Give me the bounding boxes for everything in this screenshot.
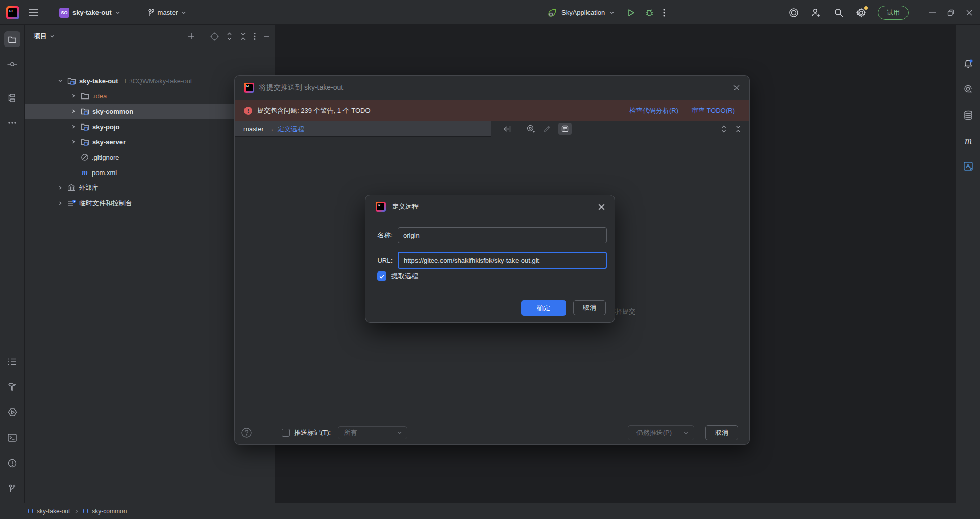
chevron-collapsed-icon[interactable]	[69, 93, 78, 99]
hide-panel-icon[interactable]	[263, 33, 270, 40]
push-tags-checkbox[interactable]	[282, 429, 290, 437]
panel-options-icon[interactable]	[254, 32, 256, 40]
library-icon	[67, 184, 76, 192]
spring-boot-icon	[547, 8, 557, 18]
build-tool-icon[interactable]	[4, 379, 20, 395]
remote-cancel-button[interactable]: 取消	[573, 300, 606, 315]
tree-label: .gitignore	[92, 154, 119, 161]
define-remote-dialog: IJ 定义远程 名称: origin URL: https://gitee.co…	[365, 195, 615, 323]
push-dialog-close-icon[interactable]	[733, 84, 740, 91]
maven-file-icon: m	[81, 168, 89, 177]
trial-badge[interactable]: 试用	[878, 6, 909, 20]
locate-file-icon[interactable]	[210, 32, 219, 41]
push-anyway-label: 仍然推送(P)	[628, 428, 678, 437]
push-dialog-toolbar	[491, 121, 750, 136]
breadcrumb-project[interactable]: sky-take-out	[37, 508, 70, 515]
terminal-tool-icon[interactable]	[4, 430, 20, 446]
tree-path: E:\CQWM\sky-take-out	[125, 77, 192, 85]
right-activity-bar: m	[955, 25, 980, 503]
vcs-branch-widget[interactable]: master	[143, 6, 191, 19]
preview-options-icon[interactable]	[526, 125, 536, 133]
commit-tool-icon[interactable]	[4, 56, 20, 72]
chevron-down-icon	[115, 10, 121, 16]
chevron-expanded-icon[interactable]	[56, 78, 64, 84]
push-dialog-title: 将提交推送到 sky-take-out	[259, 83, 343, 92]
push-branch-row[interactable]: master → 定义远程	[235, 121, 491, 136]
show-diff-icon[interactable]	[502, 125, 511, 133]
review-code-analysis-link[interactable]: 检查代码分析(R)	[629, 106, 678, 115]
breadcrumb-module[interactable]: sky-common	[92, 508, 127, 515]
project-widget[interactable]: SO sky-take-out	[55, 5, 125, 20]
settings-gear-icon[interactable]	[855, 7, 867, 18]
module-folder-icon	[81, 107, 89, 115]
tree-label: sky-common	[92, 108, 133, 115]
help-icon[interactable]	[241, 427, 252, 438]
window-close-button[interactable]	[966, 9, 973, 16]
remote-dialog-title: 定义远程	[392, 202, 419, 211]
notifications-bell-icon[interactable]	[960, 56, 976, 72]
project-tool-icon[interactable]	[4, 31, 20, 47]
fetch-remote-label[interactable]: 提取远程	[391, 271, 418, 281]
tree-label: 临时文件和控制台	[79, 199, 132, 208]
push-dialog-footer: 推送标记(T): 所有 仍然推送(P) 取消	[235, 419, 749, 445]
chevron-down-icon[interactable]	[49, 33, 55, 39]
ai-assistant-icon[interactable]	[788, 7, 799, 18]
ai-chat-icon[interactable]	[960, 82, 976, 98]
more-actions-icon[interactable]	[663, 8, 665, 17]
push-anyway-button: 仍然推送(P)	[628, 425, 694, 440]
window-minimize-button[interactable]	[929, 9, 936, 16]
tags-select: 所有	[338, 426, 407, 439]
review-todo-link[interactable]: 审查 TODO(R)	[692, 106, 735, 115]
fetch-remote-checkbox[interactable]	[377, 271, 386, 281]
git-branch-icon	[148, 9, 155, 17]
chevron-collapsed-icon[interactable]	[56, 185, 64, 191]
chevron-collapsed-icon[interactable]	[69, 108, 78, 114]
chevron-down-icon	[397, 430, 403, 436]
chevron-right-icon	[74, 509, 79, 514]
module-folder-icon	[81, 122, 89, 131]
remote-dialog-close-icon[interactable]	[598, 203, 605, 211]
collapse-all-icon[interactable]	[240, 32, 247, 40]
remote-name-input[interactable]: origin	[398, 227, 607, 243]
define-remote-link[interactable]: 定义远程	[278, 125, 304, 134]
run-button[interactable]	[626, 8, 635, 17]
add-icon[interactable]	[187, 32, 195, 40]
collapse-all-icon[interactable]	[735, 125, 741, 133]
arrow-right-icon: →	[267, 125, 274, 133]
code-with-me-icon[interactable]	[811, 7, 822, 18]
tree-label: pom.xml	[92, 169, 117, 177]
local-branch-name: master	[243, 125, 264, 133]
chevron-down-icon[interactable]	[609, 10, 615, 16]
text-caret	[540, 256, 540, 265]
window-restore-button[interactable]	[947, 9, 954, 16]
debug-button[interactable]	[645, 8, 654, 17]
git-tool-icon[interactable]	[4, 481, 20, 497]
expand-all-icon[interactable]	[721, 125, 727, 133]
database-tool-icon[interactable]	[960, 107, 976, 123]
more-tool-windows-icon[interactable]	[4, 115, 20, 131]
remote-url-input[interactable]: https://gitee.com/shaklfhklsfbk/sky-take…	[398, 252, 607, 269]
services-tool-icon[interactable]	[4, 404, 20, 421]
todo-tool-icon[interactable]	[4, 354, 20, 370]
tree-label: .idea	[92, 92, 107, 100]
show-details-toggle[interactable]	[558, 123, 572, 135]
main-menu-icon[interactable]	[24, 6, 43, 19]
problems-tool-icon[interactable]	[4, 455, 20, 472]
remote-ok-button[interactable]: 确定	[521, 300, 566, 316]
chevron-collapsed-icon[interactable]	[69, 139, 78, 145]
maven-tool-icon[interactable]: m	[960, 133, 976, 149]
project-panel-title[interactable]: 项目	[34, 32, 47, 41]
structure-tool-icon[interactable]	[4, 90, 20, 106]
expand-all-icon[interactable]	[226, 32, 233, 40]
warning-icon: !	[244, 107, 252, 115]
translation-tool-icon[interactable]	[960, 158, 976, 175]
push-cancel-button[interactable]: 取消	[705, 425, 738, 440]
run-configuration-label[interactable]: SkyApplication	[561, 9, 605, 16]
chevron-down-icon	[181, 10, 187, 16]
intellij-logo-icon: IJ	[6, 6, 19, 19]
intellij-logo-icon: IJ	[376, 202, 386, 212]
title-bar: IJ SO sky-take-out master SkyApplication	[0, 0, 980, 25]
chevron-collapsed-icon[interactable]	[69, 123, 78, 130]
search-everywhere-icon[interactable]	[833, 7, 844, 18]
chevron-collapsed-icon[interactable]	[56, 200, 64, 206]
